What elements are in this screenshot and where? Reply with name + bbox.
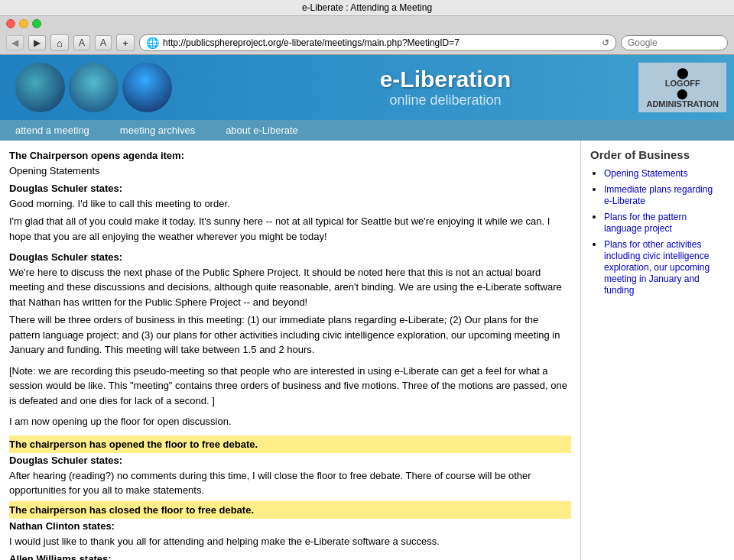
add-button[interactable]: + bbox=[116, 34, 135, 51]
para-2: There will be three orders of business i… bbox=[9, 312, 571, 358]
minimize-button[interactable] bbox=[19, 19, 28, 28]
section-williams: Allen Williams states: I'm checking in f… bbox=[9, 552, 571, 560]
refresh-button[interactable]: ↺ bbox=[602, 37, 609, 48]
list-item-1: Opening Statements bbox=[604, 167, 721, 179]
schuler-text-2: We're here to discuss the next phase of … bbox=[9, 267, 562, 308]
sidebar-link-1[interactable]: Opening Statements bbox=[604, 168, 687, 179]
content-area: The Chairperson opens agenda item: Openi… bbox=[0, 141, 581, 560]
sidebar-heading: Order of Business bbox=[590, 148, 721, 161]
sidebar-link-3[interactable]: Plans for the pattern language project bbox=[604, 212, 687, 234]
forward-button[interactable]: ▶ bbox=[28, 35, 46, 50]
address-bar[interactable]: 🌐 ↺ bbox=[139, 34, 616, 51]
section-schuler-2: Douglas Schuler states: We're here to di… bbox=[9, 250, 571, 309]
font-smaller-button[interactable]: A bbox=[73, 35, 90, 50]
site-title: e-Liberation bbox=[172, 66, 719, 92]
nav-bar: ◀ ▶ ⌂ A A + 🌐 ↺ bbox=[0, 31, 734, 54]
section-schuler-1: Douglas Schuler states: Good morning. I'… bbox=[9, 181, 571, 211]
font-larger-button[interactable]: A bbox=[95, 35, 112, 50]
address-globe-icon: 🌐 bbox=[146, 37, 159, 49]
home-button[interactable]: ⌂ bbox=[50, 34, 69, 51]
site-nav: attend a meeting meeting archives about … bbox=[0, 120, 734, 141]
section-opening: The Chairperson opens agenda item: Openi… bbox=[9, 148, 571, 178]
logoff-link[interactable]: LOGOFF bbox=[646, 79, 719, 88]
browser-chrome: e-Liberate : Attending a Meeting ◀ ▶ ⌂ A… bbox=[0, 0, 734, 55]
search-input[interactable] bbox=[628, 37, 734, 48]
main-layout: The Chairperson opens agenda item: Openi… bbox=[0, 141, 734, 560]
maximize-button[interactable] bbox=[32, 19, 41, 28]
agenda-title-1: Opening Statements bbox=[9, 165, 100, 176]
speaker-schuler-2: Douglas Schuler states: bbox=[9, 251, 122, 263]
sidebar-link-4[interactable]: Plans for other activities including civ… bbox=[604, 239, 710, 296]
sidebar-link-2[interactable]: Immediate plans regarding e-Liberate bbox=[604, 184, 713, 206]
nav-meeting-archives[interactable]: meeting archives bbox=[105, 120, 210, 141]
schuler-text-3: After hearing (reading?) no comments dur… bbox=[9, 470, 531, 497]
admin-icon: ⬤ bbox=[677, 88, 688, 99]
header-globes bbox=[15, 63, 172, 112]
window-controls bbox=[0, 16, 734, 31]
floor-open-notice: The chairperson has opened the floor to … bbox=[9, 435, 571, 454]
site-header: e-Liberation online deliberation ⬤ LOGOF… bbox=[0, 55, 734, 120]
header-title-block: e-Liberation online deliberation bbox=[172, 66, 719, 108]
list-item-3: Plans for the pattern language project bbox=[604, 211, 721, 234]
speaker-clinton: Nathan Clinton states: bbox=[9, 520, 115, 532]
speaker-schuler-1: Douglas Schuler states: bbox=[9, 183, 122, 194]
admin-link[interactable]: ADMINISTRATION bbox=[646, 99, 719, 108]
globe-icon-2 bbox=[69, 63, 119, 112]
agenda-open-1: The Chairperson opens agenda item: bbox=[9, 150, 184, 161]
para-1: I'm glad that all of you could make it t… bbox=[9, 214, 571, 244]
title-bar: e-Liberate : Attending a Meeting bbox=[0, 0, 734, 16]
section-schuler-3: Douglas Schuler states: After hearing (r… bbox=[9, 453, 571, 498]
clinton-text: I would just like to thank you all for a… bbox=[9, 536, 440, 547]
user-icon: ⬤ bbox=[677, 66, 689, 79]
nav-attend-meeting[interactable]: attend a meeting bbox=[0, 120, 105, 141]
header-right-panel: ⬤ LOGOFF ⬤ ADMINISTRATION bbox=[638, 63, 726, 112]
globe-icon-3 bbox=[122, 63, 172, 112]
sidebar: Order of Business Opening Statements Imm… bbox=[581, 141, 730, 560]
section-clinton: Nathan Clinton states: I would just like… bbox=[9, 519, 571, 549]
url-input[interactable] bbox=[163, 37, 602, 48]
list-item-4: Plans for other activities including civ… bbox=[604, 238, 721, 296]
order-of-business-list: Opening Statements Immediate plans regar… bbox=[590, 167, 721, 296]
globe-icon-1 bbox=[15, 63, 65, 112]
para-3: [Note: we are recording this pseudo-meet… bbox=[9, 364, 571, 409]
list-item-2: Immediate plans regarding e-Liberate bbox=[604, 183, 721, 206]
nav-about[interactable]: about e-Liberate bbox=[210, 120, 313, 141]
page-title: e-Liberate : Attending a Meeting bbox=[302, 2, 432, 13]
speaker-schuler-3: Douglas Schuler states: bbox=[9, 455, 122, 466]
site-subtitle: online deliberation bbox=[172, 92, 719, 108]
close-button[interactable] bbox=[6, 19, 15, 28]
search-bar[interactable] bbox=[621, 35, 728, 50]
floor-close-notice: The chairperson has closed the floor to … bbox=[9, 501, 571, 520]
speaker-williams: Allen Williams states: bbox=[9, 553, 112, 560]
para-4: I am now opening up the floor for open d… bbox=[9, 414, 571, 429]
back-button[interactable]: ◀ bbox=[6, 35, 24, 50]
schuler-text-1: Good morning. I'd like to call this meet… bbox=[9, 198, 230, 209]
